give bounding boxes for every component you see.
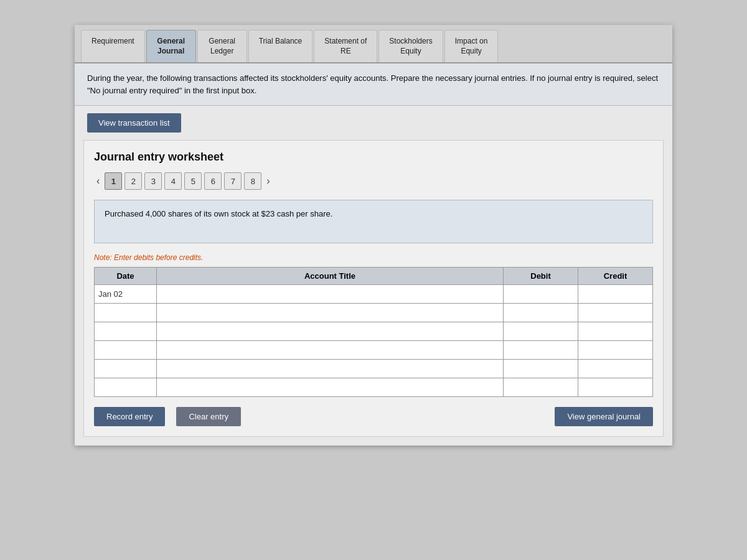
view-general-journal-button[interactable]: View general journal — [555, 407, 653, 426]
page-5-button[interactable]: 5 — [184, 172, 202, 190]
credit-cell-3[interactable] — [578, 322, 653, 341]
prev-page-button[interactable]: ‹ — [94, 175, 102, 187]
col-header-debit: Debit — [504, 268, 578, 285]
debit-input-5[interactable] — [507, 364, 574, 373]
date-cell-6 — [95, 378, 157, 397]
page-4-button[interactable]: 4 — [164, 172, 182, 190]
credit-input-3[interactable] — [582, 327, 649, 336]
account-input-6[interactable] — [161, 383, 499, 392]
credit-input-4[interactable] — [582, 345, 649, 355]
main-content: Journal entry worksheet ‹ 1 2 3 4 5 6 7 … — [83, 140, 664, 437]
table-row — [95, 378, 653, 397]
table-row — [95, 341, 653, 360]
tab-general-journal[interactable]: GeneralJournal — [146, 30, 196, 62]
page-3-button[interactable]: 3 — [144, 172, 162, 190]
table-row: Jan 02 — [95, 285, 653, 304]
debit-input-6[interactable] — [507, 383, 574, 392]
credit-input-1[interactable] — [582, 289, 649, 299]
account-input-2[interactable] — [161, 308, 499, 317]
bottom-buttons: Record entry Clear entry View general jo… — [94, 407, 653, 426]
tab-statement-re[interactable]: Statement ofRE — [314, 30, 377, 62]
page-2-button[interactable]: 2 — [125, 172, 142, 190]
debit-input-2[interactable] — [507, 308, 574, 317]
date-cell-3 — [95, 322, 157, 341]
pagination: ‹ 1 2 3 4 5 6 7 8 › — [94, 172, 653, 190]
date-cell-1: Jan 02 — [95, 285, 157, 304]
description-text: During the year, the following transacti… — [87, 73, 658, 95]
debit-input-3[interactable] — [507, 327, 574, 336]
debit-input-4[interactable] — [507, 345, 574, 355]
table-row — [95, 322, 653, 341]
debit-cell-2[interactable] — [504, 304, 578, 322]
account-input-3[interactable] — [161, 327, 499, 336]
account-cell-5[interactable] — [157, 360, 504, 378]
debit-cell-4[interactable] — [504, 341, 578, 360]
tab-bar: Requirement GeneralJournal GeneralLedger… — [75, 25, 672, 63]
table-row — [95, 304, 653, 322]
credit-input-6[interactable] — [582, 383, 649, 392]
account-cell-2[interactable] — [157, 304, 504, 322]
left-buttons: Record entry Clear entry — [94, 407, 241, 426]
debit-cell-5[interactable] — [504, 360, 578, 378]
credit-input-2[interactable] — [582, 308, 649, 317]
col-header-credit: Credit — [578, 268, 653, 285]
transaction-text: Purchased 4,000 shares of its own stock … — [105, 209, 332, 218]
date-cell-5 — [95, 360, 157, 378]
credit-cell-5[interactable] — [578, 360, 653, 378]
record-entry-button[interactable]: Record entry — [94, 407, 165, 426]
account-input-1[interactable] — [161, 289, 499, 299]
table-row — [95, 360, 653, 378]
clear-entry-button[interactable]: Clear entry — [176, 407, 241, 426]
next-page-button[interactable]: › — [264, 175, 272, 187]
debit-cell-1[interactable] — [504, 285, 578, 304]
transaction-description: Purchased 4,000 shares of its own stock … — [94, 200, 653, 243]
credit-cell-4[interactable] — [578, 341, 653, 360]
page-6-button[interactable]: 6 — [204, 172, 222, 190]
note-text: Note: Enter debits before credits. — [94, 253, 653, 262]
debit-cell-6[interactable] — [504, 378, 578, 397]
account-cell-1[interactable] — [157, 285, 504, 304]
credit-cell-2[interactable] — [578, 304, 653, 322]
credit-input-5[interactable] — [582, 364, 649, 373]
col-header-date: Date — [95, 268, 157, 285]
credit-cell-6[interactable] — [578, 378, 653, 397]
description-area: During the year, the following transacti… — [75, 63, 672, 106]
credit-cell-1[interactable] — [578, 285, 653, 304]
account-cell-6[interactable] — [157, 378, 504, 397]
page-7-button[interactable]: 7 — [224, 172, 242, 190]
account-input-4[interactable] — [161, 345, 499, 355]
tab-impact-on-equity[interactable]: Impact onEquity — [444, 30, 499, 62]
col-header-account: Account Title — [157, 268, 504, 285]
debit-cell-3[interactable] — [504, 322, 578, 341]
tab-stockholders-equity[interactable]: StockholdersEquity — [378, 30, 443, 62]
tab-trial-balance[interactable]: Trial Balance — [248, 30, 313, 62]
date-cell-4 — [95, 341, 157, 360]
debit-input-1[interactable] — [507, 289, 574, 299]
page-1-button[interactable]: 1 — [105, 172, 122, 190]
date-cell-2 — [95, 304, 157, 322]
view-transaction-list-button[interactable]: View transaction list — [87, 113, 181, 133]
account-cell-4[interactable] — [157, 341, 504, 360]
tab-requirement[interactable]: Requirement — [81, 30, 145, 62]
worksheet-title: Journal entry worksheet — [94, 151, 653, 164]
tab-general-ledger[interactable]: GeneralLedger — [197, 30, 247, 62]
entry-table: Date Account Title Debit Credit Jan 02 — [94, 267, 653, 397]
account-input-5[interactable] — [161, 364, 499, 373]
account-cell-3[interactable] — [157, 322, 504, 341]
page-8-button[interactable]: 8 — [244, 172, 261, 190]
page-container: Requirement GeneralJournal GeneralLedger… — [75, 25, 672, 446]
